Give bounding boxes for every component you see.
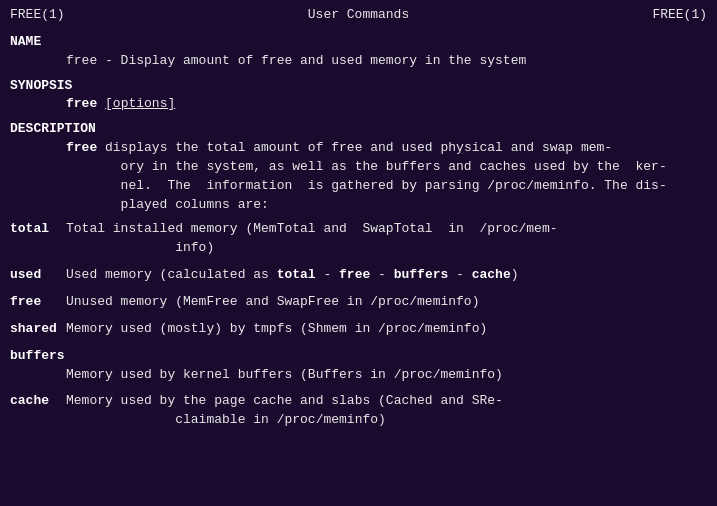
- used-total-bold: total: [277, 267, 316, 282]
- section-name: NAME free - Display amount of free and u…: [10, 33, 707, 71]
- synopsis-options: [options]: [105, 96, 175, 111]
- header-center: User Commands: [308, 6, 409, 25]
- term-used-label: used: [10, 266, 66, 285]
- term-shared-def: Memory used (mostly) by tmpfs (Shmem in …: [66, 320, 707, 339]
- term-buffers-label: buffers: [10, 347, 707, 366]
- desc-intro-text: displays the total amount of free and us…: [66, 140, 667, 212]
- term-cache-def: Memory used by the page cache and slabs …: [66, 392, 707, 430]
- term-free-label: free: [10, 293, 66, 312]
- used-free-bold: free: [339, 267, 370, 282]
- header: FREE(1) User Commands FREE(1): [10, 6, 707, 25]
- header-left: FREE(1): [10, 6, 65, 25]
- term-used-def: Used memory (calculated as total - free …: [66, 266, 707, 285]
- term-free-def: Unused memory (MemFree and SwapFree in /…: [66, 293, 707, 312]
- term-cache-label: cache: [10, 392, 66, 430]
- term-cache: cache Memory used by the page cache and …: [10, 392, 707, 430]
- synopsis-command: free: [66, 96, 97, 111]
- desc-intro-bold: free: [66, 140, 97, 155]
- description-intro: free displays the total amount of free a…: [10, 139, 707, 214]
- term-buffers-def: Memory used by kernel buffers (Buffers i…: [10, 366, 707, 385]
- term-buffers: buffers Memory used by kernel buffers (B…: [10, 347, 707, 385]
- term-total: total Total installed memory (MemTotal a…: [10, 220, 707, 258]
- term-free: free Unused memory (MemFree and SwapFree…: [10, 293, 707, 312]
- term-shared: shared Memory used (mostly) by tmpfs (Sh…: [10, 320, 707, 339]
- description-label: DESCRIPTION: [10, 120, 707, 139]
- synopsis-label: SYNOPSIS: [10, 77, 707, 96]
- term-total-label: total: [10, 220, 66, 258]
- used-cache-bold: cache: [472, 267, 511, 282]
- section-synopsis: SYNOPSIS free [options]: [10, 77, 707, 115]
- term-total-def: Total installed memory (MemTotal and Swa…: [66, 220, 707, 258]
- header-right: FREE(1): [652, 6, 707, 25]
- section-description: DESCRIPTION free displays the total amou…: [10, 120, 707, 430]
- used-buffers-bold: buffers: [394, 267, 449, 282]
- term-shared-label: shared: [10, 320, 66, 339]
- name-label: NAME: [10, 33, 707, 52]
- term-used: used Used memory (calculated as total - …: [10, 266, 707, 285]
- name-content: free - Display amount of free and used m…: [10, 52, 707, 71]
- synopsis-content: free [options]: [10, 95, 707, 114]
